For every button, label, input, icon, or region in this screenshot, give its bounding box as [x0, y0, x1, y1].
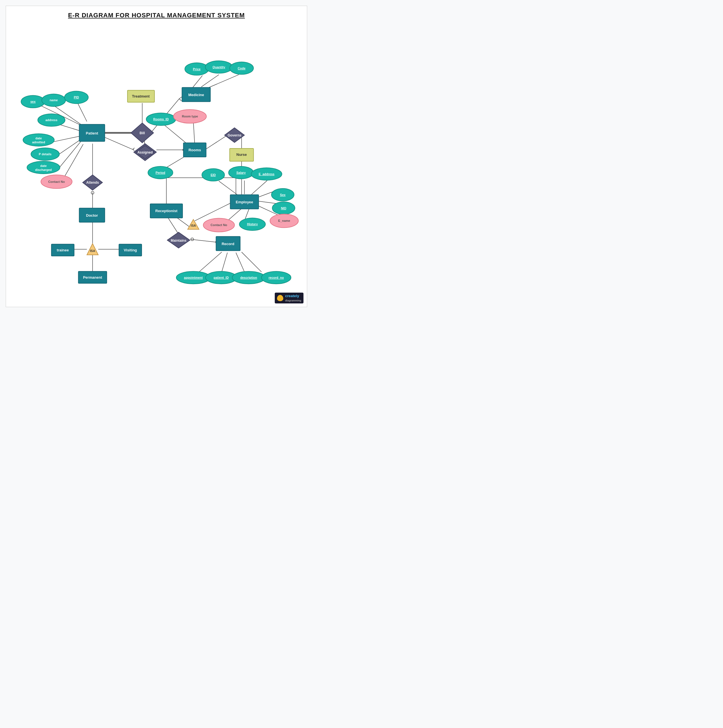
svg-text:Rooms: Rooms	[188, 148, 201, 152]
svg-text:date: date	[40, 164, 47, 168]
attr-rooms-id: Rooms_ID	[146, 113, 176, 125]
svg-line-17	[133, 148, 135, 149]
svg-text:record_no: record_no	[268, 276, 284, 279]
svg-text:E_name: E_name	[278, 219, 290, 222]
attr-e-name: E_name	[270, 214, 298, 228]
nurse-entity: Nurse	[230, 148, 253, 161]
svg-line-11	[179, 97, 182, 99]
svg-line-52	[199, 252, 222, 272]
svg-text:ISA: ISA	[191, 224, 196, 227]
diagram-title: E-R DIAGRAM FOR HOSPITAL MANAGEMENT SYST…	[12, 12, 301, 19]
svg-line-41	[251, 180, 267, 194]
employee-entity: Employee	[230, 195, 259, 209]
svg-text:Receptionist: Receptionist	[155, 209, 178, 213]
svg-line-53	[222, 252, 228, 272]
svg-text:Sex: Sex	[280, 193, 286, 196]
visiting-entity: Visiting	[119, 244, 142, 256]
svg-line-55	[242, 252, 261, 272]
attr-date-admitted: date admitted	[23, 134, 54, 146]
svg-line-12	[179, 99, 181, 101]
attr-record-no: record_no	[261, 271, 291, 284]
attr-description: description	[232, 271, 265, 284]
svg-line-48	[191, 239, 216, 242]
svg-text:trainee: trainee	[57, 248, 69, 252]
trainee-entity: trainee	[52, 244, 74, 256]
attr-period: Period	[148, 166, 173, 179]
svg-text:Rooms_ID: Rooms_ID	[153, 118, 168, 121]
svg-line-14	[201, 75, 219, 87]
logo: creately diagramming	[275, 293, 303, 303]
bill-relationship: Bill	[131, 123, 153, 143]
attr-nid: NID	[272, 202, 295, 214]
svg-line-54	[236, 252, 244, 272]
svg-text:description: description	[240, 276, 257, 279]
permanent-entity: Permanent	[78, 271, 107, 283]
attr-sex: sex	[21, 95, 45, 108]
svg-text:Room type: Room type	[182, 115, 198, 118]
patient-entity: Patient	[80, 124, 105, 141]
logo-icon	[277, 295, 283, 301]
attr-e-address: E_address	[251, 168, 282, 180]
logo-text: creately diagramming	[285, 294, 301, 302]
svg-text:Visiting: Visiting	[124, 248, 137, 252]
svg-text:Employee: Employee	[236, 200, 253, 204]
svg-text:Maintains: Maintains	[171, 239, 187, 243]
isa1-triangle: ISA	[87, 243, 98, 255]
attr-history: History	[239, 218, 265, 231]
svg-line-18	[133, 149, 134, 151]
svg-text:PID: PID	[74, 96, 79, 99]
svg-text:History: History	[247, 222, 258, 226]
attr-room-type: Room type	[173, 110, 207, 123]
svg-line-43	[257, 201, 279, 204]
attr-code: Code	[230, 62, 253, 75]
svg-line-37	[195, 200, 236, 221]
attends-relationship: Attends	[83, 175, 103, 190]
svg-text:Code: Code	[238, 67, 245, 70]
attr-pid: PID	[64, 91, 89, 104]
svg-line-39	[219, 181, 237, 195]
svg-point-114	[27, 161, 60, 174]
svg-text:patient_ID: patient_ID	[214, 276, 229, 279]
treatment-entity: Treatment	[127, 90, 155, 102]
svg-text:Attends: Attends	[86, 180, 99, 185]
svg-text:Bill: Bill	[139, 131, 145, 135]
svg-text:Governs: Governs	[228, 133, 242, 138]
attr-address: address	[38, 114, 65, 126]
attr-salary: Salary	[229, 166, 254, 179]
svg-line-13	[193, 76, 202, 87]
record-entity: Record	[216, 236, 240, 251]
svg-text:P details: P details	[39, 153, 52, 156]
attr-emp-sex: Sex	[271, 188, 294, 201]
attr-name: name	[42, 94, 66, 106]
svg-text:Doctor: Doctor	[86, 213, 98, 217]
svg-text:admitted: admitted	[32, 141, 45, 144]
isa2-triangle: ISA	[188, 220, 199, 229]
svg-line-15	[209, 75, 239, 87]
svg-text:Contact No: Contact No	[48, 180, 65, 184]
doctor-entity: Doctor	[80, 208, 105, 222]
attr-p-details: P details	[31, 148, 60, 161]
svg-text:appointment: appointment	[184, 276, 203, 279]
svg-text:NID: NID	[281, 206, 286, 210]
svg-text:Quantity: Quantity	[213, 66, 225, 69]
attr-quantity: Quantity	[205, 61, 233, 73]
svg-text:address: address	[46, 118, 57, 122]
svg-text:Period: Period	[156, 171, 165, 174]
attr-price: Price	[185, 63, 209, 75]
svg-text:E_address: E_address	[259, 172, 274, 176]
svg-text:discharged: discharged	[35, 168, 52, 171]
attr-eid: EID	[202, 169, 225, 181]
svg-text:ISA: ISA	[90, 249, 95, 252]
svg-text:name: name	[49, 98, 58, 102]
attr-contact-no-patient: Contact No	[41, 175, 72, 188]
svg-text:Assigned: Assigned	[137, 150, 153, 154]
assigned-relationship: Assigned	[134, 144, 156, 161]
medicine-entity: Medicine	[182, 87, 210, 102]
svg-text:Price: Price	[193, 67, 201, 71]
svg-text:Nurse: Nurse	[236, 153, 247, 157]
svg-text:date: date	[35, 136, 42, 140]
svg-line-24	[193, 121, 195, 145]
svg-text:Salary: Salary	[236, 171, 246, 174]
svg-text:EID: EID	[210, 173, 216, 177]
attr-contact-no-emp: Contact No	[203, 219, 234, 232]
